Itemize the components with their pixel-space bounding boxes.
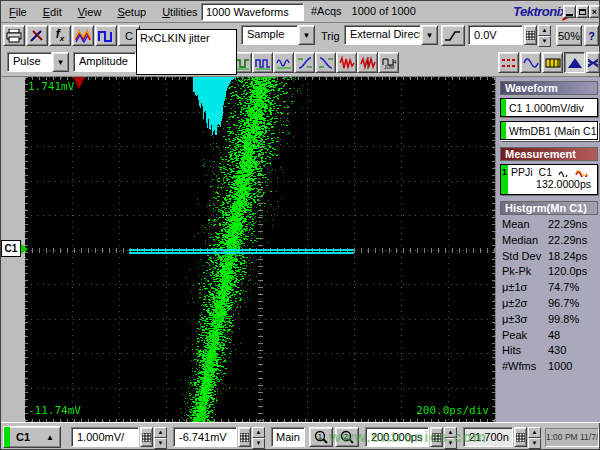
set50-label: 50% [558,30,580,42]
waveform-section-header: Waveform [500,81,598,95]
set-50-percent-button[interactable]: 50% [556,25,582,46]
spin-up-icon[interactable]: ▲ [538,25,551,36]
meas-jitter-button[interactable] [357,52,378,73]
stat-label: Peak [500,329,548,345]
trigger-slope-button[interactable] [441,25,465,46]
print-button[interactable] [3,25,25,46]
pulse-source-button[interactable] [95,25,117,46]
minimize-icon [566,14,573,16]
readout-panel: Waveform C1 1.000mV/div WfmDB1 (Main C1 … [495,77,600,422]
menu-setup[interactable]: Setup [109,3,154,21]
eye-diagram-icon [587,56,599,70]
horizontal-position-keypad-button[interactable] [514,427,527,447]
measurement-category-dropdown[interactable]: Pulse ▼ [7,52,69,72]
spin-down-icon[interactable]: ▼ [252,438,265,449]
horizontal-position-field[interactable]: 21.700n [463,427,513,447]
trigger-level-keypad-button[interactable] [524,25,537,45]
horizontal-scale-spinner[interactable]: ▲▼ [444,427,457,447]
meas-freq-button[interactable] [252,52,273,73]
vertical-scale-spinner[interactable]: ▲▼ [154,427,167,447]
vertical-offset-field[interactable]: -6.741mV [173,427,237,447]
measurement-body: PPJi C1 132.0000ps [508,165,597,194]
measurement-name: PPJi [511,166,533,178]
menu-file[interactable]: File [1,3,35,21]
chevron-down-icon[interactable]: ▼ [52,52,69,72]
tooltip-text: RxCLKIN jitter [140,32,210,44]
oscilloscope-window: File Edit View Setup Utilities Help 1000… [0,0,600,450]
stat-row: #Wfms1000 [500,360,598,376]
spin-up-icon[interactable]: ▲ [252,427,265,438]
channel-selector-label: C1 [10,427,46,447]
spin-up-icon[interactable]: ▲ [528,427,541,438]
spin-up-icon[interactable]: ▲ [444,427,457,438]
channel-scale-button[interactable]: C1 1.000mV/div [500,98,598,117]
acquisitions-readout: #Acqs1000 of 1000 [311,5,426,17]
context-help-button[interactable]: ? [584,25,599,46]
vertical-scale-keypad-button[interactable] [140,427,153,447]
chevron-down-icon[interactable]: ▼ [298,25,315,45]
display-vectors-button[interactable] [542,52,563,73]
vertical-offset-keypad-button[interactable] [238,427,251,447]
measurement-index-bar: 1 [501,165,508,194]
horizontal-scale-keypad-button[interactable] [430,427,443,447]
display-cursors-button[interactable] [498,52,519,73]
measurement-gate-line[interactable] [129,249,354,254]
clear-label: C [125,30,133,42]
math-fx-button[interactable]: fx [49,25,71,46]
minimize-button[interactable] [563,5,576,18]
spin-down-icon[interactable]: ▼ [528,438,541,449]
histogram-triangle-icon [567,56,583,70]
histogram-stats: Mean22.29ns Median22.29ns Std Dev18.24ps… [500,218,598,376]
stat-label: Median [500,234,548,250]
spin-down-icon[interactable]: ▼ [538,36,551,47]
menu-edit[interactable]: Edit [35,3,70,21]
trigger-level-spinner[interactable]: ▲▼ [538,25,551,45]
acqs-value: 1000 of 1000 [352,5,416,17]
vertical-scale-field[interactable]: 1.000mV/ [71,427,139,447]
close-button[interactable]: × [589,5,600,18]
zoom2-button[interactable]: 2 [335,427,359,447]
vertical-offset-spinner[interactable]: ▲▼ [252,427,265,447]
horizontal-position-spinner[interactable]: ▲▼ [528,427,541,447]
menu-view[interactable]: View [70,3,110,21]
restore-button[interactable] [576,5,589,18]
trigger-position-icon[interactable] [73,77,85,89]
stat-value: 96.7% [548,297,579,313]
tie-histogram-icon: 4JUM [381,56,397,70]
meas-amplitude-button[interactable] [273,52,294,73]
svg-text:1: 1 [318,433,322,440]
svg-text:JUM: JUM [384,64,394,70]
chevron-down-icon[interactable]: ▼ [421,25,438,45]
waveform-display[interactable]: 1.741mV -11.74mV 200.0ps/div [25,77,495,422]
menu-utilities[interactable]: Utilities [154,3,205,21]
keypad-icon [516,433,525,442]
meas-falltime-button[interactable] [315,52,336,73]
horizontal-scale-field[interactable]: 200.000ps [365,427,429,447]
setup-tools-button[interactable] [26,25,48,46]
clock-readout: 1:00 PM 11/7/05 [545,428,599,447]
channel-reference-marker[interactable]: C1 [1,240,28,257]
menu-bar: File Edit View Setup Utilities Help 1000… [1,1,599,23]
trigger-level-field[interactable]: 0.0V [468,25,523,45]
waveform-database-button[interactable] [72,25,94,46]
timebase-button[interactable]: Main [271,427,305,447]
chevron-up-icon: ▲ [46,427,60,447]
spin-down-icon[interactable]: ▼ [154,438,167,449]
stat-value: 18.24ps [548,250,587,266]
acquisition-mode-dropdown[interactable]: Sample ▼ [241,25,315,45]
fx-icon: fx [56,27,64,43]
spin-up-icon[interactable]: ▲ [154,427,167,438]
waveform-database-select-button[interactable]: WfmDB1 (Main C1 [500,121,598,140]
spin-down-icon[interactable]: ▼ [444,438,457,449]
channel-selector-button[interactable]: C1 ▲ [3,426,61,448]
meas-tie-button[interactable]: 4JUM [378,52,399,73]
zoom1-button[interactable]: 1 [309,427,333,447]
display-eye-button[interactable] [586,52,600,73]
display-waveform-button[interactable] [520,52,541,73]
meas-burst-button[interactable] [336,52,357,73]
meas-risetime-button[interactable] [294,52,315,73]
stat-value: 22.29ns [548,234,587,250]
display-histogram-button[interactable] [564,52,585,73]
trigger-source-dropdown[interactable]: External Direct ▼ [344,25,438,45]
measurement-readout-button[interactable]: 1 PPJi C1 132.0000ps [500,164,598,195]
